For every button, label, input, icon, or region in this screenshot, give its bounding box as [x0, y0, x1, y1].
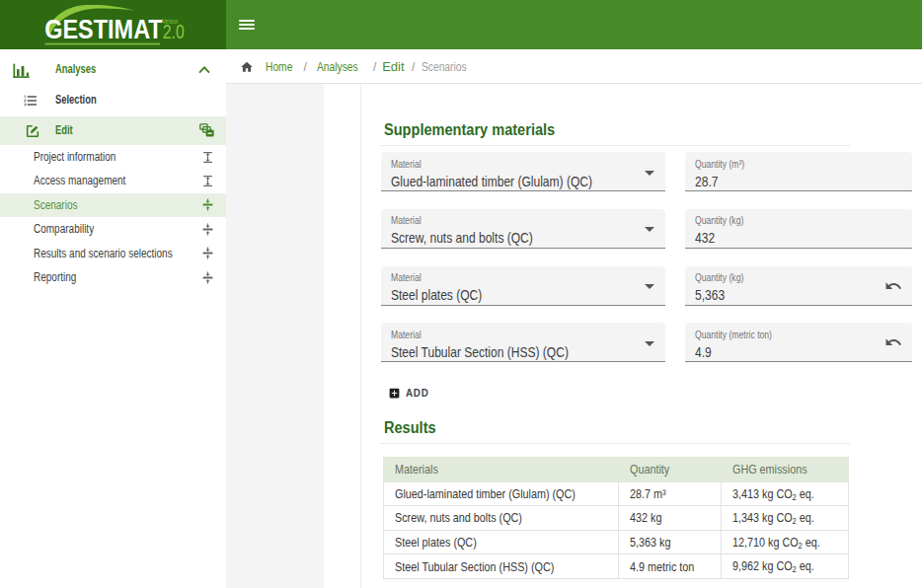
- svg-text:2.0: 2.0: [163, 21, 185, 42]
- svg-text:GESTIMAT: GESTIMAT: [44, 15, 163, 44]
